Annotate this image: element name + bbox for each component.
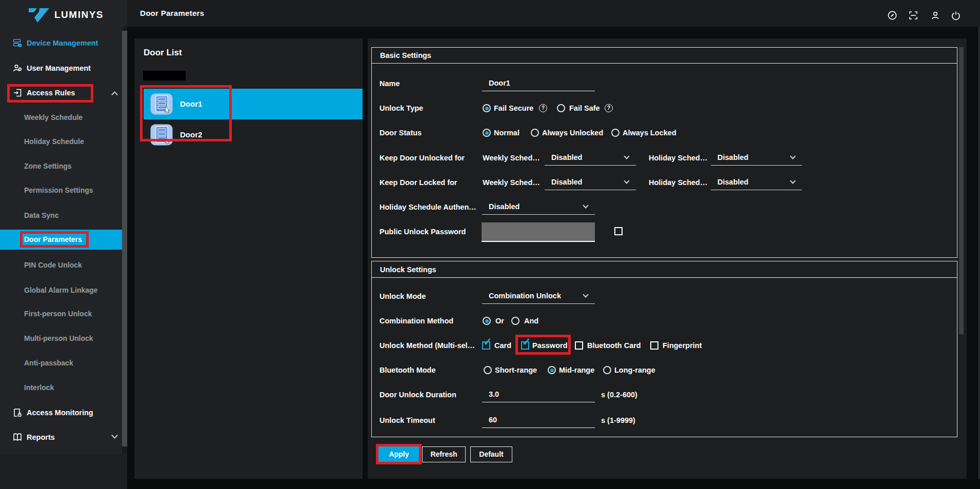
dropdown-value: Disabled [489,202,519,211]
sidebar-item-permission-settings[interactable]: Permission Settings [0,182,122,198]
apply-button[interactable]: Apply [378,446,419,462]
weekly-sched-label: Weekly Sched… [483,154,540,162]
chevron-up-icon [111,91,118,98]
mid-range-label: Mid-range [559,366,594,374]
card-label: Card [494,341,511,350]
public-unlock-password-input[interactable] [482,222,595,242]
sidebar-item-label: Zone Settings [24,162,72,170]
door-name: Door1 [180,89,202,119]
fingerprint-checkbox[interactable] [650,341,658,350]
sidebar-item-label: Global Alarm Linkage [24,286,97,294]
or-radio[interactable] [483,317,491,325]
sidebar-item-label: Door Parameters [24,235,82,243]
sidebar-item-user-management[interactable]: User Management [0,60,122,76]
always-unlocked-label: Always Unlocked [542,129,603,137]
card-checkbox[interactable]: ✓ [482,341,490,350]
chevron-down-icon [790,153,795,159]
help-icon[interactable]: ? [605,104,613,112]
unlock-settings-header: Unlock Settings [372,261,957,278]
short-range-radio[interactable] [484,366,492,374]
keep-unlocked-holiday-dropdown[interactable]: Disabled [711,150,802,166]
password-label: Password [532,341,568,350]
always-locked-radio[interactable] [611,129,619,137]
chevron-down-icon [111,432,118,439]
refresh-button[interactable]: Refresh [422,446,466,462]
unlock-timeout-input[interactable]: 60 [482,413,595,428]
brand-logo: LUMINYS [28,7,123,23]
sidebar-item-label: Reports [27,433,55,441]
sidebar-item-label: First-person Unlock [24,310,92,318]
timeout-range-hint: s (1-9999) [601,416,635,424]
holiday-schedule-auth-dropdown[interactable]: Disabled [482,199,595,215]
sidebar-item-weekly-schedule[interactable]: Weekly Schedule [0,110,122,125]
sidebar-item-holiday-schedule[interactable]: Holiday Schedule [0,134,122,149]
sidebar-item-label: Anti-passback [24,359,73,367]
sidebar-item-interlock[interactable]: Interlock [0,380,122,395]
normal-label: Normal [494,129,519,137]
door-unlock-duration-input[interactable]: 3.0 [482,387,595,402]
long-range-radio[interactable] [603,366,611,374]
door-unlock-duration-label: Door Unlock Duration [379,391,456,399]
and-radio[interactable] [511,317,519,325]
bottom-status-bar [127,479,980,489]
sidebar-item-data-sync[interactable]: Data Sync [0,208,122,223]
door-status-label: Door Status [379,129,422,137]
user-management-icon [13,64,22,73]
unlock-mode-label: Unlock Mode [379,292,426,300]
long-range-label: Long-range [614,366,655,374]
keep-locked-weekly-dropdown[interactable]: Disabled [545,175,636,190]
sidebar-scrollbar-thumb[interactable] [122,31,127,446]
public-unlock-password-checkbox[interactable] [614,227,623,235]
normal-radio[interactable] [483,129,491,137]
unlock-mode-dropdown[interactable]: Combination Unlock [482,289,595,304]
bluetooth-card-label: Bluetooth Card [587,341,641,350]
bluetooth-card-checkbox[interactable] [575,341,583,350]
door-list-item-door1[interactable]: Door1 [144,89,363,119]
check-icon: ✓ [483,336,492,348]
sidebar-item-access-rules[interactable]: Access Rules [0,85,122,100]
sidebar-item-label: Data Sync [24,211,59,219]
sidebar-item-reports[interactable]: Reports [0,430,122,445]
sidebar: LUMINYS Device Management User Managemen… [0,0,127,489]
chevron-down-icon [583,202,588,208]
window-scrollbar[interactable] [978,27,979,479]
sidebar-item-multi-person-unlock[interactable]: Multi-person Unlock [0,331,122,346]
default-button[interactable]: Default [470,446,512,462]
power-icon[interactable] [951,11,961,20]
reports-icon [13,433,22,442]
keep-locked-holiday-dropdown[interactable]: Disabled [711,175,802,190]
sidebar-item-first-person-unlock[interactable]: First-person Unlock [0,306,122,321]
keep-unlocked-weekly-dropdown[interactable]: Disabled [545,150,636,166]
user-icon[interactable] [931,11,940,20]
sidebar-item-device-management[interactable]: Device Management [0,35,122,51]
door-list-item-door2[interactable]: Door2 [144,119,363,150]
fail-safe-radio[interactable] [557,104,565,112]
app-window: Door Parameters LUMINYS Device Manageme [0,0,980,489]
compass-icon[interactable] [888,11,897,20]
sidebar-item-door-parameters[interactable]: Door Parameters [0,232,122,247]
password-checkbox[interactable]: ✓ [521,341,529,350]
fail-secure-label: Fail Secure [494,104,533,112]
brand-name: LUMINYS [54,9,104,21]
sidebar-item-pin-code-unlock[interactable]: PIN Code Unlock [0,257,122,273]
chevron-down-icon [790,178,795,184]
always-unlocked-radio[interactable] [531,129,539,137]
help-icon[interactable]: ? [539,104,547,112]
sidebar-item-global-alarm-linkage[interactable]: Global Alarm Linkage [0,282,122,298]
fullscreen-icon[interactable] [909,11,918,20]
sidebar-item-access-monitoring[interactable]: Access Monitoring [0,405,122,420]
fail-secure-radio[interactable] [483,104,491,112]
sidebar-item-zone-settings[interactable]: Zone Settings [0,158,122,174]
sidebar-item-label: Interlock [24,383,54,392]
mid-range-radio[interactable] [548,366,556,374]
chevron-down-icon [624,153,629,159]
door-name: Door2 [180,119,202,150]
sidebar-footer [0,454,127,489]
name-input[interactable]: Door1 [482,76,595,91]
content-scrollbar-thumb[interactable] [959,47,964,334]
luminys-logo-icon [28,8,50,23]
check-icon: ✓ [522,336,531,348]
holiday-sched-label: Holiday Sched… [649,154,707,162]
sidebar-item-anti-passback[interactable]: Anti-passback [0,355,122,371]
unlock-method-label: Unlock Method (Multi-sel… [379,341,475,350]
